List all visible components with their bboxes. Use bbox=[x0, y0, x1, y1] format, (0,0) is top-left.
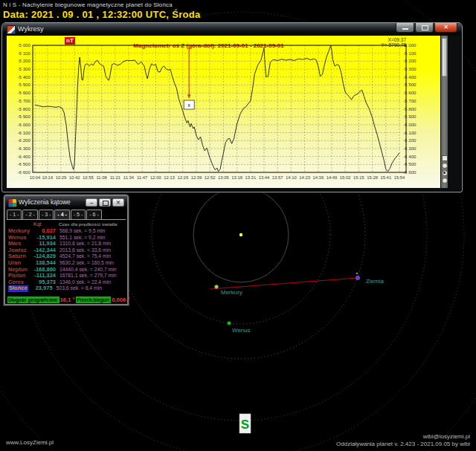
credits-version: Oddziaływania planet v. 2.423 - 2021.09.… bbox=[336, 441, 470, 448]
x-axis-tick: 12:00 bbox=[150, 175, 161, 180]
x-axis-tick: 14:36 bbox=[312, 175, 324, 180]
y-axis-tick-right: -5 100 bbox=[403, 51, 416, 56]
planet-light-time: 1346,0 sek. = 22,4 min bbox=[56, 279, 111, 286]
x-axis-tick: 13:57 bbox=[272, 175, 283, 180]
calc-maximize-button[interactable] bbox=[99, 198, 111, 207]
y-axis-tick-right: -6 000 bbox=[403, 122, 416, 127]
planet-light-time: 503,6 sek. = 8,4 min bbox=[53, 285, 102, 292]
y-axis-tick-right: -5 400 bbox=[403, 74, 416, 80]
planet-light-time: 4524,7 sek. = 75,4 min bbox=[56, 253, 111, 260]
y-axis-tick: -5 800 bbox=[17, 106, 30, 111]
x-axis-tick: 12:26 bbox=[177, 175, 188, 180]
credits: wibi@losyziemi.pl Oddziaływania planet v… bbox=[336, 433, 470, 448]
website-link[interactable]: www.LosyZiemi.pl bbox=[6, 439, 54, 446]
y-axis-tick-right: -5 200 bbox=[403, 58, 416, 63]
x-axis-tick: 13:05 bbox=[218, 175, 229, 180]
planet-label-ziemia: Ziemia bbox=[366, 278, 385, 285]
planet-wenus[interactable] bbox=[228, 322, 231, 325]
longitude-label: Długość geograficzna: bbox=[7, 296, 60, 303]
longitude-value: 16,1 ° bbox=[60, 296, 75, 303]
planet-light-time: 9630,2 sek. = 160,5 min bbox=[56, 260, 114, 267]
planet-row-neptun[interactable]: Neptun-168,86014440,4 sek. = 240,7 min bbox=[8, 267, 126, 273]
calc-close-button[interactable]: ✕ bbox=[112, 198, 124, 207]
y-axis-tick: -6 000 bbox=[17, 122, 30, 127]
y-axis-tick-right: -5 500 bbox=[403, 82, 416, 87]
chart-option-checkbox[interactable] bbox=[442, 155, 448, 161]
app-header-line: N i S - Nachylenie biegunowe magnetyczne… bbox=[3, 1, 173, 8]
moon-dot bbox=[356, 273, 358, 274]
x-axis-tick: 15:54 bbox=[394, 175, 405, 180]
calc-maximize-icon bbox=[103, 201, 109, 206]
pole-shift-label: Przech.biegun: bbox=[76, 296, 111, 303]
scrollbar-thumb[interactable] bbox=[442, 38, 447, 77]
planet-row-saturn[interactable]: Saturn-124,8294524,7 sek. = 75,4 min bbox=[8, 253, 126, 260]
x-axis-tick: 11:34 bbox=[123, 175, 135, 180]
x-axis-tick: 10:42 bbox=[69, 175, 80, 180]
planet-light-time: 14440,4 sek. = 240,7 min bbox=[56, 267, 117, 273]
chart-window-titlebar[interactable]: Wykresy ✕ bbox=[2, 23, 462, 36]
x-axis-tick: 11:08 bbox=[96, 175, 107, 180]
tab-5[interactable]: - 5 - bbox=[71, 210, 86, 219]
chart-option-radio-1[interactable] bbox=[442, 163, 448, 169]
magnetometer-plot[interactable]: -5 000-5 000-5 100-5 100-5 200-5 200-5 3… bbox=[7, 36, 440, 188]
x-axis-tick: 11:21 bbox=[110, 175, 120, 180]
x-axis-tick: 14:10 bbox=[286, 175, 297, 180]
chart-option-radio-3[interactable] bbox=[442, 178, 448, 184]
desktop-background: MerkuryWenusZiemiaS N i S - Nachylenie b… bbox=[0, 0, 476, 451]
planet-row-słońce[interactable]: Słońce23,975503,6 sek. = 8,4 min bbox=[8, 285, 126, 292]
x-axis-tick: 13:31 bbox=[245, 175, 256, 180]
x-axis-tick: 15:28 bbox=[367, 175, 378, 180]
x-axis-tick: 14:23 bbox=[299, 175, 310, 180]
calc-window-titlebar[interactable]: Wyliczenia kątowe – ✕ bbox=[5, 196, 127, 208]
column-header-angle: Kąt bbox=[33, 221, 41, 227]
tab-2[interactable]: - 2 - bbox=[22, 210, 37, 219]
date-line: Data: 2021 . 09 . 01 , 12:32:00 UTC, Śro… bbox=[3, 9, 201, 20]
y-axis-tick: -5 200 bbox=[17, 58, 30, 63]
y-axis-tick-right: -5 900 bbox=[403, 114, 416, 119]
x-axis-tick: 12:52 bbox=[205, 175, 216, 180]
y-axis-tick-right: -5 300 bbox=[403, 66, 416, 71]
y-axis-tick-right: -5 800 bbox=[403, 106, 416, 111]
close-button[interactable]: ✕ bbox=[434, 23, 457, 33]
vertical-scrollbar[interactable] bbox=[441, 36, 448, 188]
chart-area[interactable]: nT X=09:37 Y=-5790,78 Magnetometr oś Z (… bbox=[7, 36, 440, 188]
calc-table-header: Kąt Czas dla prędkości światła bbox=[8, 221, 126, 227]
y-axis-tick-right: -6 500 bbox=[403, 161, 416, 166]
tab-1[interactable]: - 1 - bbox=[7, 210, 22, 219]
credits-email[interactable]: wibi@losyziemi.pl bbox=[336, 433, 470, 441]
x-axis-tick: 12:13 bbox=[164, 175, 175, 180]
chart-option-radio-2[interactable] bbox=[442, 170, 448, 176]
x-axis-tick: 10:55 bbox=[83, 175, 94, 180]
pole-shift-value: 0,006 ° bbox=[112, 296, 129, 303]
y-axis-tick: -6 500 bbox=[17, 161, 30, 166]
x-axis-tick: 12:39 bbox=[191, 175, 202, 180]
tab-4[interactable]: - 4 - bbox=[54, 210, 69, 219]
y-axis-tick: -5 000 bbox=[17, 42, 30, 48]
planet-ziemia[interactable] bbox=[356, 276, 360, 280]
calc-window: Wyliczenia kątowe – ✕ - 1 -- 2 -- 3 -- 4… bbox=[4, 195, 129, 305]
calc-footer: Długość geograficzna:16,1 °Przech.biegun… bbox=[7, 294, 126, 302]
planet-light-time: 551,1 sek. = 9,2 min bbox=[56, 235, 105, 241]
x-axis-tick: 13:18 bbox=[231, 175, 242, 180]
chart-window-icon bbox=[7, 25, 16, 34]
calc-window-icon bbox=[8, 198, 17, 207]
tab-3[interactable]: - 3 - bbox=[39, 210, 54, 219]
planet-label-wenus: Wenus bbox=[232, 327, 251, 334]
chart-option-controls bbox=[442, 155, 448, 185]
y-axis-tick: -6 600 bbox=[17, 169, 30, 175]
tab-6[interactable]: - 6 - bbox=[86, 210, 101, 219]
planet-merkury[interactable] bbox=[215, 285, 219, 289]
x-axis-tick: 11:47 bbox=[137, 175, 147, 180]
chart-window-title: Wykresy bbox=[18, 25, 43, 33]
minimize-button[interactable] bbox=[396, 23, 414, 33]
x-axis-tick: 10:29 bbox=[56, 175, 67, 180]
maximize-button[interactable] bbox=[415, 23, 434, 33]
planet-row-pluton[interactable]: Pluton-111,32416781,1 sek. = 279,7 min bbox=[8, 273, 126, 279]
y-axis-tick: -5 300 bbox=[17, 66, 30, 71]
calc-minimize-button[interactable]: – bbox=[86, 198, 97, 207]
planet-row-wenus[interactable]: Wenus-15,914551,1 sek. = 9,2 min bbox=[8, 235, 126, 241]
merkury-ziemia-aspect-line bbox=[210, 278, 358, 289]
x-axis-tick: 15:15 bbox=[353, 175, 364, 180]
y-axis-tick: -5 600 bbox=[17, 90, 30, 95]
planet-light-time: 16781,1 sek. = 279,7 min bbox=[56, 273, 117, 279]
